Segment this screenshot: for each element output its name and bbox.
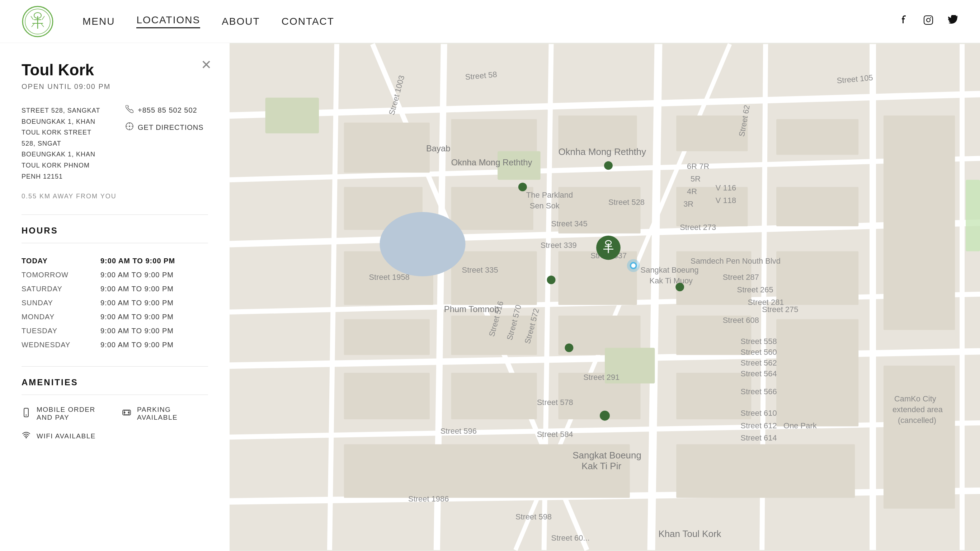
open-status: OPEN UNTIL 09:00 PM bbox=[22, 83, 208, 91]
hours-day: SUNDAY bbox=[22, 296, 100, 310]
nav-menu[interactable]: MENU bbox=[83, 16, 115, 27]
hours-row: TOMORROW 9:00 AM to 9:00 PM bbox=[22, 268, 208, 282]
location-name: Toul Kork bbox=[22, 61, 208, 79]
amenities-title: AMENITIES bbox=[22, 377, 208, 387]
svg-rect-66 bbox=[676, 373, 751, 419]
svg-rect-51 bbox=[776, 119, 858, 155]
nav-contact[interactable]: CONTACT bbox=[282, 16, 334, 27]
svg-rect-59 bbox=[344, 319, 430, 355]
hours-time: 9:00 AM to 9:00 PM bbox=[100, 268, 208, 282]
instagram-icon[interactable] bbox=[923, 15, 933, 28]
svg-text:V 118: V 118 bbox=[716, 196, 736, 205]
header: MENU LOCATIONS ABOUT CONTACT bbox=[0, 0, 980, 43]
hours-row: MONDAY 9:00 AM to 9:00 PM bbox=[22, 310, 208, 324]
svg-rect-63 bbox=[344, 373, 430, 419]
svg-rect-49 bbox=[676, 116, 748, 151]
svg-text:Bayab: Bayab bbox=[426, 143, 450, 153]
close-button[interactable]: ✕ bbox=[201, 57, 212, 72]
hours-day: WEDNESDAY bbox=[22, 338, 100, 352]
amenity-label: MOBILE ORDER AND PAY bbox=[37, 406, 108, 422]
svg-line-9 bbox=[42, 16, 45, 20]
hours-title: HOURS bbox=[22, 226, 208, 236]
address-text: STREET 528, SANGKAT BOEUNGKAK 1, KHAN TO… bbox=[22, 105, 104, 182]
svg-rect-52 bbox=[776, 187, 858, 226]
svg-text:Street 60...: Street 60... bbox=[551, 533, 590, 542]
hours-row: WEDNESDAY 9:00 AM to 9:00 PM bbox=[22, 338, 208, 352]
facebook-icon[interactable] bbox=[899, 15, 909, 28]
svg-text:Street 339: Street 339 bbox=[541, 241, 577, 250]
svg-rect-72 bbox=[266, 97, 319, 134]
svg-point-134 bbox=[565, 344, 573, 352]
nav-locations[interactable]: LOCATIONS bbox=[136, 14, 200, 28]
hours-day: TODAY bbox=[22, 254, 100, 268]
hours-row: TUESDAY 9:00 AM to 9:00 PM bbox=[22, 324, 208, 338]
nav-about[interactable]: ABOUT bbox=[222, 16, 260, 27]
svg-point-136 bbox=[600, 411, 610, 421]
svg-text:The Parkland: The Parkland bbox=[526, 191, 573, 199]
svg-text:Oknha Mong Reththy: Oknha Mong Reththy bbox=[451, 158, 532, 167]
svg-rect-70 bbox=[883, 366, 955, 508]
location-detail-panel: ✕ Toul Kork OPEN UNTIL 09:00 PM STREET 5… bbox=[0, 43, 229, 551]
hours-row: SUNDAY 9:00 AM to 9:00 PM bbox=[22, 296, 208, 310]
svg-rect-58 bbox=[883, 116, 955, 330]
svg-text:Street 1986: Street 1986 bbox=[408, 494, 449, 503]
hours-time: 9:00 AM to 9:00 PM bbox=[100, 324, 208, 338]
svg-text:Phum Tomnob: Phum Tomnob bbox=[444, 304, 500, 314]
svg-point-25 bbox=[25, 437, 27, 438]
svg-text:Street 1958: Street 1958 bbox=[369, 272, 410, 282]
svg-text:Street 598: Street 598 bbox=[515, 512, 552, 521]
hours-time: 9:00 AM to 9:00 PM bbox=[100, 254, 208, 268]
hours-time: 9:00 AM to 9:00 PM bbox=[100, 310, 208, 324]
amenities-divider-2 bbox=[22, 395, 208, 395]
hours-time: 9:00 AM to 9:00 PM bbox=[100, 338, 208, 352]
svg-rect-47 bbox=[451, 187, 533, 230]
hours-day: TUESDAY bbox=[22, 324, 100, 338]
svg-rect-57 bbox=[776, 251, 858, 304]
hours-table: TODAY 9:00 AM to 9:00 PM TOMORROW 9:00 A… bbox=[22, 254, 208, 352]
hours-row: TODAY 9:00 AM to 9:00 PM bbox=[22, 254, 208, 268]
svg-text:Street 528: Street 528 bbox=[608, 197, 644, 207]
svg-line-7 bbox=[41, 23, 44, 27]
svg-text:CamKo City: CamKo City bbox=[894, 394, 936, 403]
svg-point-132 bbox=[518, 183, 527, 191]
svg-text:Street 345: Street 345 bbox=[551, 219, 587, 228]
amenity-item: WIFI AVAILABLE bbox=[22, 430, 108, 442]
contact-links: +855 85 502 502 GET DIRECTIONS bbox=[126, 105, 208, 182]
svg-point-131 bbox=[604, 161, 612, 170]
logo[interactable] bbox=[22, 5, 54, 38]
twitter-icon[interactable] bbox=[948, 15, 958, 28]
phone-link[interactable]: +855 85 502 502 bbox=[126, 105, 208, 115]
svg-text:Street 558: Street 558 bbox=[741, 337, 777, 346]
svg-text:Street 265: Street 265 bbox=[737, 285, 773, 294]
hours-time: 9:00 AM to 9:00 PM bbox=[100, 282, 208, 296]
svg-text:3R: 3R bbox=[683, 199, 694, 209]
svg-rect-54 bbox=[451, 251, 537, 304]
svg-text:Street 566: Street 566 bbox=[741, 387, 777, 396]
mobile-icon bbox=[22, 408, 31, 420]
svg-text:Sangkat Boeung: Sangkat Boeung bbox=[573, 450, 641, 460]
svg-point-71 bbox=[380, 212, 465, 276]
svg-text:Street 287: Street 287 bbox=[723, 272, 759, 282]
distance: 0.55 KM AWAY FROM YOU bbox=[22, 193, 208, 200]
svg-point-14 bbox=[129, 126, 130, 127]
hours-divider bbox=[22, 215, 208, 215]
svg-text:Street 584: Street 584 bbox=[537, 430, 573, 439]
svg-rect-69 bbox=[676, 444, 855, 498]
address-section: STREET 528, SANGKAT BOEUNGKAK 1, KHAN TO… bbox=[22, 105, 208, 182]
svg-text:Street 612: Street 612 bbox=[741, 421, 777, 430]
svg-text:One Park: One Park bbox=[783, 421, 817, 430]
map-area[interactable]: Street 58 Street 105 Street 62 Bayab Okn… bbox=[229, 43, 980, 551]
directions-link[interactable]: GET DIRECTIONS bbox=[126, 122, 208, 132]
svg-rect-67 bbox=[776, 319, 858, 427]
map-svg: Street 58 Street 105 Street 62 Bayab Okn… bbox=[229, 43, 980, 551]
svg-text:Kak Ti Muoy: Kak Ti Muoy bbox=[650, 276, 693, 285]
svg-point-133 bbox=[547, 276, 556, 284]
svg-line-8 bbox=[31, 16, 33, 20]
svg-text:5R: 5R bbox=[690, 174, 700, 183]
svg-text:Street 335: Street 335 bbox=[462, 266, 498, 274]
svg-text:Oknha Mong Reththy: Oknha Mong Reththy bbox=[558, 147, 646, 157]
svg-text:V 116: V 116 bbox=[716, 183, 736, 192]
directions-icon bbox=[126, 122, 134, 132]
hours-day: TOMORROW bbox=[22, 268, 100, 282]
phone-icon bbox=[126, 105, 134, 115]
